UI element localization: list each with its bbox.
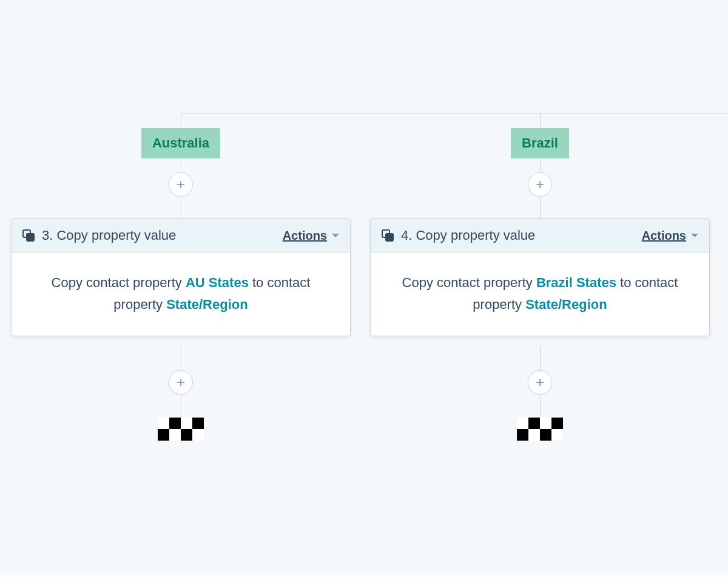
workflow-canvas: Australia + 3. Copy property value Actio… <box>0 0 728 579</box>
card-header-left: 3. Copy property value <box>22 228 176 243</box>
actions-dropdown[interactable]: Actions <box>283 229 339 243</box>
card-title: 3. Copy property value <box>42 228 176 243</box>
card-header: 3. Copy property value Actions <box>12 219 350 252</box>
connector-horizontal <box>181 113 728 113</box>
body-text: Copy contact property <box>52 275 186 290</box>
end-flag-icon <box>517 418 563 441</box>
body-text: Copy contact property <box>402 275 536 290</box>
copy-icon <box>382 229 394 242</box>
workflow-step-card-3[interactable]: 3. Copy property value Actions Copy cont… <box>11 218 351 336</box>
source-property: Brazil States <box>536 275 616 290</box>
plus-icon: + <box>177 375 185 390</box>
actions-dropdown[interactable]: Actions <box>642 229 698 243</box>
card-title: 4. Copy property value <box>401 228 535 243</box>
card-header-left: 4. Copy property value <box>382 228 535 243</box>
chevron-down-icon <box>332 234 339 237</box>
target-property: State/Region <box>525 297 607 312</box>
plus-icon: + <box>536 375 544 390</box>
branch-tag-label: Brazil <box>522 135 558 151</box>
branch-tag-brazil[interactable]: Brazil <box>511 128 569 158</box>
add-step-button[interactable]: + <box>528 370 552 394</box>
source-property: AU States <box>186 275 249 290</box>
plus-icon: + <box>177 177 185 192</box>
card-body: Copy contact property Brazil States to c… <box>371 252 709 336</box>
workflow-step-card-4[interactable]: 4. Copy property value Actions Copy cont… <box>370 218 710 336</box>
plus-icon: + <box>536 177 544 192</box>
connector-vertical <box>181 113 181 128</box>
add-step-button[interactable]: + <box>169 172 193 197</box>
add-step-button[interactable]: + <box>169 370 193 394</box>
actions-label: Actions <box>642 229 686 243</box>
bottom-fade <box>0 555 728 579</box>
branch-tag-label: Australia <box>152 135 209 151</box>
chevron-down-icon <box>691 234 698 237</box>
copy-icon <box>22 229 35 242</box>
end-flag-icon <box>158 418 204 441</box>
actions-label: Actions <box>283 229 327 243</box>
target-property: State/Region <box>166 297 248 312</box>
card-header: 4. Copy property value Actions <box>371 219 709 252</box>
add-step-button[interactable]: + <box>528 172 552 197</box>
card-body: Copy contact property AU States to conta… <box>12 252 350 336</box>
branch-tag-australia[interactable]: Australia <box>141 128 220 158</box>
connector-vertical <box>540 113 541 128</box>
